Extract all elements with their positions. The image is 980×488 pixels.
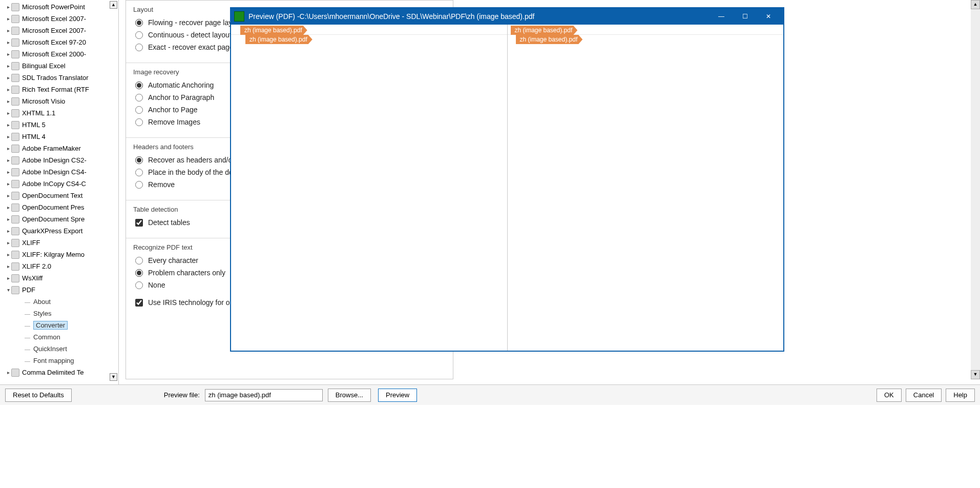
tree-item[interactable]: ▸Comma Delimited Te (0, 367, 118, 378)
tree-item[interactable]: ▸Adobe InCopy CS4-C (0, 178, 118, 190)
headersFooters-radio-0[interactable] (135, 156, 143, 164)
tree-item[interactable]: ▸OpenDocument Pres (0, 201, 118, 213)
caret-right-icon[interactable]: ▸ (5, 98, 11, 104)
scroll-up-arrow[interactable]: ▲ (971, 0, 980, 9)
imageRecovery-radio-2[interactable] (135, 106, 143, 114)
tree-subitem[interactable]: —Converter (20, 319, 118, 331)
close-button[interactable]: ✕ (757, 8, 780, 25)
layout-radio-0[interactable] (135, 19, 143, 27)
caret-right-icon[interactable]: ▸ (5, 181, 11, 187)
ok-button[interactable]: OK (877, 389, 902, 402)
imageRecovery-radio-3[interactable] (135, 118, 143, 126)
recognize-radio-2[interactable] (135, 281, 143, 289)
headersFooters-radio-1[interactable] (135, 169, 143, 176)
caret-right-icon[interactable]: ▸ (5, 263, 11, 269)
preview-pane-right[interactable]: zh (image based).pdf zh (image based).pd… (508, 25, 784, 351)
preview-pane-left[interactable]: zh (image based).pdf zh (image based).pd… (231, 25, 508, 351)
headersFooters-radio-label-0: Recover as headers and/or (148, 156, 235, 164)
caret-right-icon[interactable]: ▸ (5, 216, 11, 222)
recognize-radio-0[interactable] (135, 257, 143, 265)
preview-file-input[interactable] (205, 389, 323, 401)
tree-item[interactable]: ▸Rich Text Format (RTF (0, 84, 118, 95)
tree-item[interactable]: ▸Microsoft Visio (0, 95, 118, 107)
tree-subitem[interactable]: —QuickInsert (20, 343, 118, 355)
imageRecovery-radio-0[interactable] (135, 82, 143, 89)
tree-scroll-down[interactable]: ▼ (110, 373, 117, 381)
tab-inner-right[interactable]: zh (image based).pdf (516, 35, 583, 44)
browse-button[interactable]: Browse... (328, 389, 371, 402)
tree-item[interactable]: ▸XLIFF: Kilgray Memo (0, 249, 118, 260)
minimize-button[interactable]: — (710, 8, 733, 25)
tree-item[interactable]: ▸Microsoft Excel 97-20 (0, 36, 118, 48)
caret-right-icon[interactable]: ▸ (5, 169, 11, 175)
tab-inner-left[interactable]: zh (image based).pdf (245, 35, 312, 44)
recognize-radio-1[interactable] (135, 269, 143, 277)
caret-right-icon[interactable]: ▸ (5, 4, 11, 10)
caret-right-icon[interactable]: ▸ (5, 240, 11, 246)
caret-right-icon[interactable]: ▸ (5, 205, 11, 210)
layout-radio-2[interactable] (135, 44, 143, 51)
tree-item[interactable]: ▸Adobe FrameMaker (0, 143, 118, 154)
caret-right-icon[interactable]: ▸ (5, 122, 11, 128)
tree-item[interactable]: ▸Adobe InDesign CS2- (0, 154, 118, 166)
caret-right-icon[interactable]: ▸ (5, 146, 11, 151)
tree-item[interactable]: ▾PDF (0, 284, 118, 296)
preview-window: Preview (PDF) -C:\Users\mhoermann\OneDri… (231, 8, 784, 351)
caret-right-icon[interactable]: ▸ (5, 134, 11, 139)
caret-right-icon[interactable]: ▸ (5, 157, 11, 163)
scroll-down-arrow[interactable]: ▼ (971, 370, 980, 379)
tree-item-label: OpenDocument Spre (22, 215, 85, 223)
tree-item[interactable]: ▸Microsoft PowerPoint (0, 1, 118, 13)
caret-right-icon[interactable]: ▸ (5, 193, 11, 198)
use-iris-checkbox[interactable] (135, 299, 143, 307)
help-button[interactable]: Help (946, 389, 975, 402)
tree-item[interactable]: ▸OpenDocument Spre (0, 213, 118, 225)
maximize-button[interactable]: ☐ (733, 8, 757, 25)
tab-outer-right[interactable]: zh (image based).pdf (511, 26, 578, 35)
tree-item[interactable]: ▸SDL Trados Translator (0, 72, 118, 84)
cancel-button[interactable]: Cancel (906, 389, 942, 402)
caret-right-icon[interactable]: ▸ (5, 63, 11, 69)
tree-item[interactable]: ▸Bilingual Excel (0, 60, 118, 72)
tree-item[interactable]: ▸XLIFF (0, 237, 118, 249)
caret-right-icon[interactable]: ▸ (5, 370, 11, 375)
caret-right-icon[interactable]: ▸ (5, 87, 11, 92)
main-vertical-scrollbar[interactable]: ▲ ▼ (971, 0, 980, 379)
caret-right-icon[interactable]: ▸ (5, 275, 11, 281)
caret-right-icon[interactable]: ▸ (5, 75, 11, 80)
caret-right-icon[interactable]: ▸ (5, 110, 11, 116)
tree-item[interactable]: ▸WsXliff (0, 272, 118, 284)
caret-right-icon[interactable]: ▸ (5, 228, 11, 234)
caret-right-icon[interactable]: ▸ (5, 252, 11, 257)
tree-subitem[interactable]: —Styles (20, 308, 118, 319)
preview-titlebar[interactable]: Preview (PDF) -C:\Users\mhoermann\OneDri… (231, 8, 783, 25)
tree-item[interactable]: ▸HTML 4 (0, 131, 118, 143)
tree-item[interactable]: ▸Microsoft Excel 2007- (0, 13, 118, 25)
tab-outer-left[interactable]: zh (image based).pdf (240, 26, 307, 35)
tree-item[interactable]: ▸Microsoft Excel 2007- (0, 25, 118, 36)
tree-scroll-up[interactable]: ▲ (110, 1, 117, 9)
tree-item[interactable]: ▸Adobe InDesign CS4- (0, 166, 118, 178)
detect-tables-checkbox[interactable] (135, 219, 143, 227)
tree-item[interactable]: ▸Microsoft Excel 2000- (0, 48, 118, 60)
tree-item[interactable]: ▸HTML 5 (0, 119, 118, 131)
caret-right-icon[interactable]: ▸ (5, 51, 11, 57)
caret-down-icon[interactable]: ▾ (5, 287, 11, 293)
tree-item[interactable]: ▸QuarkXPress Export (0, 225, 118, 237)
imageRecovery-radio-1[interactable] (135, 94, 143, 101)
tree-item[interactable]: ▸XLIFF 2.0 (0, 260, 118, 272)
tree-item[interactable]: ▸XHTML 1.1 (0, 107, 118, 119)
tree-subitem[interactable]: —Font mapping (20, 355, 118, 367)
tree-item[interactable]: ▸OpenDocument Text (0, 190, 118, 201)
file-types-tree[interactable]: ▸Microsoft PowerPoint▸Microsoft Excel 20… (0, 0, 118, 379)
preview-button[interactable]: Preview (378, 389, 417, 402)
caret-right-icon[interactable]: ▸ (5, 16, 11, 22)
caret-right-icon[interactable]: ▸ (5, 39, 11, 45)
file-type-icon (11, 156, 19, 165)
headersFooters-radio-2[interactable] (135, 181, 143, 189)
reset-to-defaults-button[interactable]: Reset to Defaults (5, 389, 72, 402)
tree-subitem[interactable]: —About (20, 296, 118, 308)
layout-radio-1[interactable] (135, 31, 143, 39)
tree-subitem[interactable]: —Common (20, 331, 118, 343)
caret-right-icon[interactable]: ▸ (5, 28, 11, 33)
